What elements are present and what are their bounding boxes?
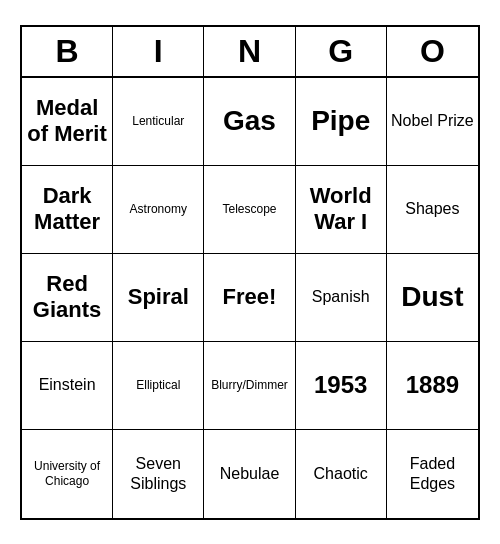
cell-text-8: World War I <box>300 183 382 236</box>
cell-text-16: Elliptical <box>136 378 180 392</box>
cell-text-21: Seven Siblings <box>117 454 199 492</box>
cell-text-3: Pipe <box>311 104 370 138</box>
bingo-cell-23: Chaotic <box>296 430 387 518</box>
bingo-cell-14: Dust <box>387 254 478 342</box>
header-letter-g: G <box>296 27 387 76</box>
bingo-cell-6: Astronomy <box>113 166 204 254</box>
bingo-grid: Medal of MeritLenticularGasPipeNobel Pri… <box>22 78 478 518</box>
cell-text-15: Einstein <box>39 375 96 394</box>
cell-text-13: Spanish <box>312 287 370 306</box>
bingo-cell-5: Dark Matter <box>22 166 113 254</box>
bingo-header: BINGO <box>22 27 478 78</box>
bingo-cell-20: University of Chicago <box>22 430 113 518</box>
cell-text-14: Dust <box>401 280 463 314</box>
bingo-cell-9: Shapes <box>387 166 478 254</box>
bingo-cell-7: Telescope <box>204 166 295 254</box>
bingo-cell-18: 1953 <box>296 342 387 430</box>
bingo-cell-15: Einstein <box>22 342 113 430</box>
cell-text-12: Free! <box>223 284 277 310</box>
bingo-cell-11: Spiral <box>113 254 204 342</box>
bingo-cell-8: World War I <box>296 166 387 254</box>
cell-text-23: Chaotic <box>314 464 368 483</box>
cell-text-4: Nobel Prize <box>391 111 474 130</box>
cell-text-11: Spiral <box>128 284 189 310</box>
cell-text-10: Red Giants <box>26 271 108 324</box>
cell-text-17: Blurry/Dimmer <box>211 378 288 392</box>
bingo-cell-24: Faded Edges <box>387 430 478 518</box>
bingo-cell-3: Pipe <box>296 78 387 166</box>
header-letter-i: I <box>113 27 204 76</box>
bingo-cell-22: Nebulae <box>204 430 295 518</box>
header-letter-o: O <box>387 27 478 76</box>
cell-text-0: Medal of Merit <box>26 95 108 148</box>
header-letter-n: N <box>204 27 295 76</box>
cell-text-6: Astronomy <box>130 202 187 216</box>
bingo-card: BINGO Medal of MeritLenticularGasPipeNob… <box>20 25 480 520</box>
bingo-cell-16: Elliptical <box>113 342 204 430</box>
cell-text-1: Lenticular <box>132 114 184 128</box>
bingo-cell-4: Nobel Prize <box>387 78 478 166</box>
cell-text-24: Faded Edges <box>391 454 474 492</box>
cell-text-22: Nebulae <box>220 464 280 483</box>
cell-text-7: Telescope <box>222 202 276 216</box>
bingo-cell-1: Lenticular <box>113 78 204 166</box>
cell-text-9: Shapes <box>405 199 459 218</box>
bingo-cell-2: Gas <box>204 78 295 166</box>
cell-text-20: University of Chicago <box>26 459 108 488</box>
bingo-cell-21: Seven Siblings <box>113 430 204 518</box>
bingo-cell-10: Red Giants <box>22 254 113 342</box>
bingo-cell-17: Blurry/Dimmer <box>204 342 295 430</box>
bingo-cell-12: Free! <box>204 254 295 342</box>
bingo-cell-19: 1889 <box>387 342 478 430</box>
bingo-cell-13: Spanish <box>296 254 387 342</box>
cell-text-18: 1953 <box>314 371 367 400</box>
cell-text-5: Dark Matter <box>26 183 108 236</box>
cell-text-19: 1889 <box>406 371 459 400</box>
header-letter-b: B <box>22 27 113 76</box>
bingo-cell-0: Medal of Merit <box>22 78 113 166</box>
cell-text-2: Gas <box>223 104 276 138</box>
